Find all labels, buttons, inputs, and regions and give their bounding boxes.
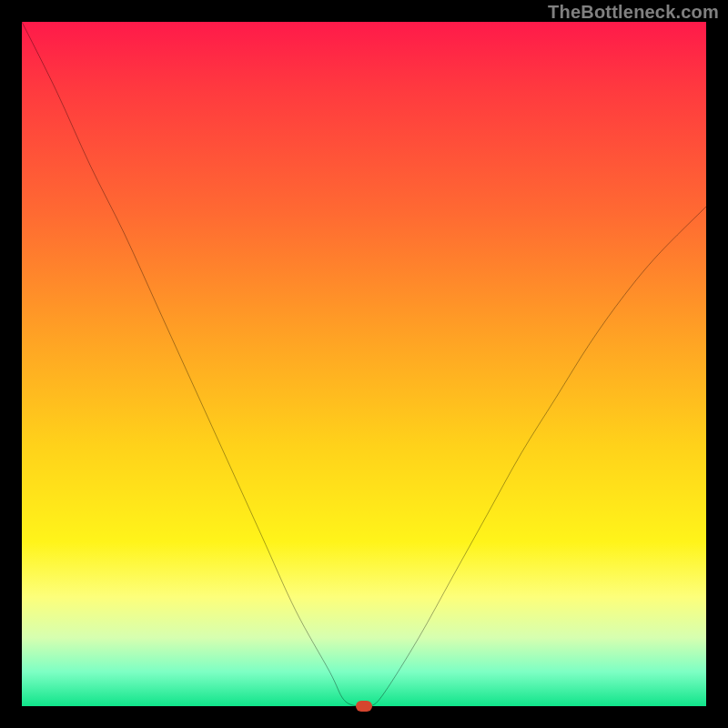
chart-frame: TheBottleneck.com [0, 0, 728, 728]
minimum-marker [356, 701, 372, 712]
bottleneck-curve [22, 22, 706, 706]
plot-area [22, 22, 706, 706]
attribution-text: TheBottleneck.com [548, 2, 719, 23]
